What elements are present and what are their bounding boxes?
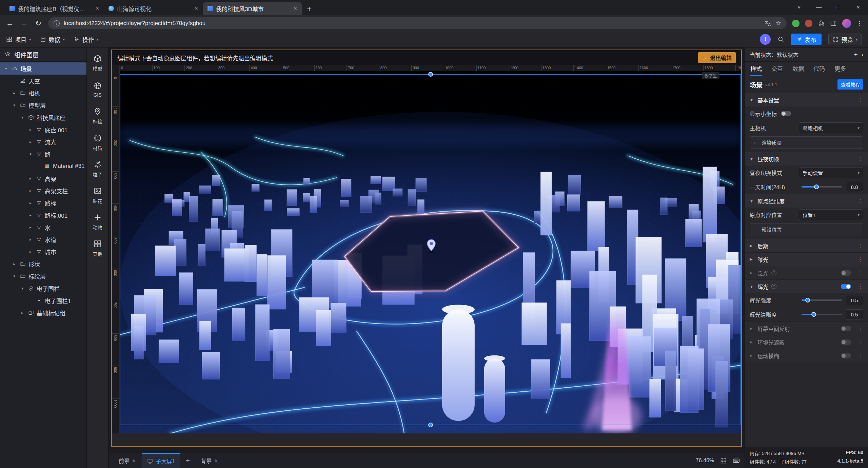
tree-caret[interactable]: ▸ — [12, 262, 17, 266]
tree-caret[interactable]: ▸ — [20, 311, 25, 315]
publish-button[interactable]: 发布 — [791, 34, 822, 45]
add-state-icon[interactable]: + — [854, 51, 858, 58]
tree-caret[interactable]: ▸ — [28, 201, 33, 205]
browser-tab[interactable]: 我的科技风3D城市 × — [203, 2, 302, 15]
section-menu-icon[interactable]: ⋮ — [857, 97, 863, 103]
section-glow[interactable]: ▼辉光 ? ⋮ — [745, 279, 868, 293]
section-post-processing[interactable]: ▶后期 ⋮ — [745, 239, 868, 252]
menu-actions[interactable]: 操作▾ — [74, 35, 99, 44]
user-avatar[interactable]: t — [760, 34, 771, 45]
exit-edit-button[interactable]: 退出编辑 — [698, 52, 736, 63]
tree-caret[interactable]: ▸ — [28, 140, 33, 144]
forward-icon[interactable]: → — [20, 19, 28, 28]
preview-button[interactable]: 预览▾ — [828, 34, 862, 45]
tree-caret[interactable]: ▸ — [28, 213, 33, 217]
section-ssr[interactable]: ▶屏幕空间反射 ⋮ — [745, 321, 868, 335]
tree-caret[interactable]: ▸ — [12, 91, 17, 95]
section-menu-icon[interactable]: ⋮ — [857, 242, 863, 249]
extensions-puzzle-icon[interactable] — [818, 20, 825, 27]
tree-item[interactable]: • 电子围栏1 — [0, 294, 86, 307]
tab-data[interactable]: 数据 — [792, 62, 804, 76]
section-menu-icon[interactable]: ⋮ — [857, 270, 863, 276]
day-time-slider[interactable]: 8.8 — [802, 182, 863, 192]
section-day-night[interactable]: ▼昼夜切换 ⋮ — [745, 152, 868, 165]
section-basic-settings[interactable]: ▼基本设置 ⋮ — [745, 93, 868, 106]
tree-item[interactable]: ▾ 电子围栏 — [0, 282, 86, 294]
section-menu-icon[interactable]: ⋮ — [857, 198, 863, 204]
section-menu-icon[interactable]: ⋮ — [857, 352, 863, 359]
extension-red-icon[interactable] — [805, 20, 812, 27]
main-camera-select[interactable]: 鸟瞰相机▾ — [799, 122, 863, 133]
tree-caret[interactable]: ▾ — [12, 274, 17, 278]
add-background-icon[interactable]: ⊕ — [214, 459, 217, 463]
selection-right-edge[interactable] — [741, 74, 741, 425]
tree-item[interactable]: ▸ ▽ 城市 — [0, 246, 86, 258]
tree-item[interactable]: ▸ 形状 — [0, 258, 86, 270]
toolstrip-item-globe[interactable]: GIS — [87, 77, 108, 102]
show-axis-toggle[interactable] — [781, 111, 791, 116]
tree-item[interactable]: ▸ ▽ 高架 — [0, 172, 86, 184]
tree-item[interactable]: ▸ 相机 — [0, 87, 86, 99]
search-icon[interactable] — [777, 36, 784, 43]
tree-caret[interactable]: ▾ — [28, 152, 33, 156]
selection-left-edge[interactable] — [120, 74, 120, 425]
ssr-toggle[interactable] — [841, 326, 851, 331]
browser-tab[interactable]: 我的建筑底座B（视觉优先） × — [5, 2, 104, 15]
tutorial-button[interactable]: 查看教程 — [837, 79, 863, 90]
tab-code[interactable]: 代码 — [813, 62, 825, 76]
section-menu-icon[interactable]: ⋮ — [857, 325, 863, 332]
site-info-icon[interactable]: i — [54, 20, 60, 26]
tree-item[interactable]: Material #31 — [0, 160, 86, 172]
translate-icon[interactable] — [765, 20, 771, 27]
glow-toggle[interactable] — [841, 284, 851, 289]
tab-foreground[interactable]: 前景⊕ — [113, 453, 140, 468]
tab-more[interactable]: 更多 — [834, 62, 846, 76]
toolstrip-item-pin[interactable]: 标绘 — [87, 104, 108, 128]
tree-item[interactable]: ▸ ▽ 流光 — [0, 136, 86, 148]
state-chevron-icon[interactable]: › — [861, 51, 863, 58]
section-bloom[interactable]: ▶泛光 ? ⋮ — [745, 266, 868, 279]
glow-strength-value[interactable]: 0.5 — [846, 295, 863, 305]
section-menu-icon[interactable]: ⋮ — [857, 283, 863, 290]
reload-icon[interactable]: ↻ — [34, 19, 43, 28]
tab-interaction[interactable]: 交互 — [771, 62, 783, 76]
extension-green-icon[interactable] — [792, 20, 800, 27]
zoom-level[interactable]: 76.46% — [696, 457, 714, 464]
tab-background[interactable]: 背景⊕ — [195, 453, 222, 468]
tree-caret[interactable]: ▾ — [3, 66, 9, 71]
tree-caret[interactable]: ▸ — [28, 176, 33, 181]
glow-strength-slider[interactable]: 0.5 — [802, 295, 863, 305]
tree-caret[interactable]: ▸ — [28, 189, 33, 193]
window-close-icon[interactable]: × — [848, 0, 868, 15]
browser-menu-icon[interactable]: ⋮ — [856, 20, 863, 27]
keyboard-shortcuts-icon[interactable] — [733, 457, 740, 464]
toolstrip-item-particles[interactable]: 粒子 — [87, 157, 108, 181]
bloom-toggle[interactable] — [841, 270, 851, 276]
scene-viewport[interactable]: 修学生 — [120, 71, 741, 433]
glow-clarity-value[interactable]: 0.5 — [846, 309, 863, 319]
side-panel-icon[interactable] — [830, 20, 837, 27]
section-ambient-occlusion[interactable]: ▶环境光遮蔽 ⋮ — [745, 335, 868, 349]
new-tab-button[interactable]: + — [303, 3, 315, 15]
layout-grid-icon[interactable] — [720, 457, 727, 464]
origin-position-select[interactable]: 位置1▾ — [799, 209, 863, 220]
ao-toggle[interactable] — [841, 339, 851, 345]
bookmark-star-icon[interactable]: ☆ — [775, 19, 781, 27]
tree-item[interactable]: ▸ 基础标记组 — [0, 307, 86, 319]
selection-handle-top[interactable] — [428, 72, 433, 77]
browser-profile-avatar[interactable] — [842, 19, 851, 28]
tree-item[interactable]: ▸ ▽ 水 — [0, 221, 86, 233]
tree-item[interactable]: ▸ ▽ 路标 — [0, 197, 86, 209]
tree-item[interactable]: ▸ ▽ 高架支柱 — [0, 184, 86, 197]
url-bar[interactable]: i localhost:42224/#/project/layer?projec… — [48, 17, 787, 29]
tree-caret[interactable]: ▸ — [28, 250, 33, 254]
daynight-mode-select[interactable]: 手动设置▾ — [799, 167, 863, 178]
browser-tab[interactable]: 山海鲸可视化 × — [104, 2, 203, 15]
section-motion-blur[interactable]: ▶运动模糊 ⋮ — [745, 349, 868, 362]
selection-handle-bottom[interactable] — [428, 423, 433, 427]
day-time-value[interactable]: 8.8 — [846, 182, 863, 192]
tab-close-icon[interactable]: × — [193, 5, 199, 12]
tree-caret[interactable]: ▾ — [12, 103, 17, 108]
window-minimize-icon[interactable]: — — [809, 0, 829, 15]
toolstrip-item-grid[interactable]: 其他 — [87, 236, 108, 260]
